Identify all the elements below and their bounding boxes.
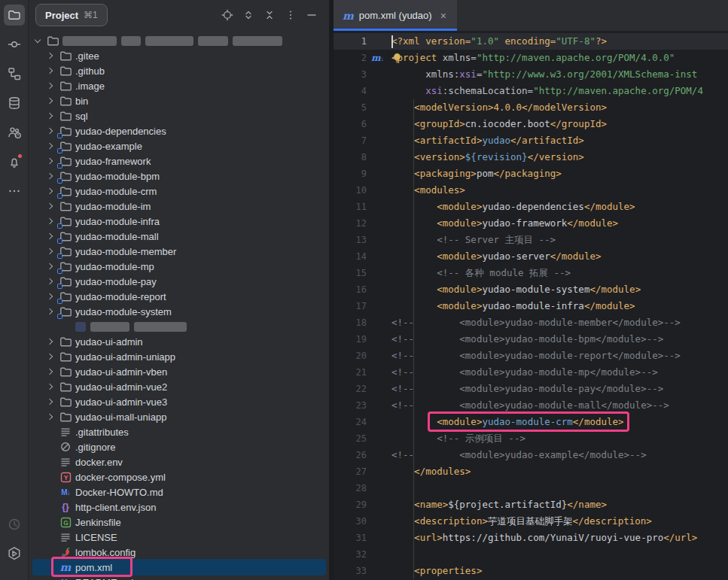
tree-item-yudao-module-crm[interactable]: yudao-module-crm bbox=[29, 184, 329, 199]
code-editor[interactable]: 1<?xml version="1.0" encoding="UTF-8"?>2… bbox=[334, 31, 728, 580]
code-line-31[interactable]: 31 <url>https://github.com/YunaiV/ruoyi-… bbox=[334, 530, 728, 546]
project-folder-icon[interactable] bbox=[4, 5, 25, 26]
code-line-18[interactable]: 18<!-- <module>yudao-module-member</modu… bbox=[334, 314, 728, 331]
tree-item-yudao-ui-admin-uniapp[interactable]: yudao-ui-admin-uniapp bbox=[29, 349, 329, 364]
tree-item-yudao-ui-admin-vue3[interactable]: yudao-ui-admin-vue3 bbox=[29, 394, 329, 409]
tree-item-pom-xml[interactable]: mpom.xml bbox=[29, 560, 329, 575]
tree-item-bin[interactable]: bin bbox=[29, 93, 329, 108]
chevron-right-icon[interactable] bbox=[44, 260, 56, 272]
code-line-27[interactable]: 27 </modules> bbox=[334, 463, 728, 480]
tree-item-redacted-0[interactable] bbox=[29, 33, 329, 48]
tree-item-yudao-ui-admin-vben[interactable]: yudao-ui-admin-vben bbox=[29, 364, 329, 379]
tree-item-yudao-ui-mall-uniapp[interactable]: yudao-ui-mall-uniapp bbox=[29, 409, 329, 424]
chevron-right-icon[interactable] bbox=[44, 336, 56, 348]
editor-tab-pom-xml[interactable]: m pom.xml (yudao) × bbox=[334, 0, 457, 31]
tree-item-http-client-env-json[interactable]: {}http-client.env.json bbox=[29, 500, 329, 515]
chevron-right-icon[interactable] bbox=[44, 290, 56, 302]
tree-item-yudao-ui-admin[interactable]: yudao-ui-admin bbox=[29, 334, 329, 349]
chevron-right-icon[interactable] bbox=[44, 155, 56, 167]
tree-item-sql[interactable]: sql bbox=[29, 108, 329, 123]
chevron-right-icon[interactable] bbox=[44, 305, 56, 317]
chevron-right-icon[interactable] bbox=[44, 215, 56, 227]
tree-item-yudao-dependencies[interactable]: yudao-dependencies bbox=[29, 123, 329, 138]
intention-bulb-icon[interactable] bbox=[392, 53, 402, 69]
code-line-17[interactable]: 17 <module>yudao-module-infra</module> bbox=[334, 298, 728, 314]
code-line-29[interactable]: 29 <name>${project.artifactId}</name> bbox=[334, 496, 728, 513]
chevron-right-icon[interactable] bbox=[44, 125, 56, 137]
code-line-15[interactable]: 15 <!-- 各种 module 拓展 --> bbox=[334, 265, 728, 281]
tree-item-docker-env[interactable]: docker.env bbox=[29, 454, 329, 469]
tree-item-yudao-ui-admin-vue2[interactable]: yudao-ui-admin-vue2 bbox=[29, 379, 329, 394]
tab-close-icon[interactable]: × bbox=[440, 10, 446, 22]
chevron-right-icon[interactable] bbox=[44, 275, 56, 287]
code-line-33[interactable]: 33 <properties> bbox=[334, 563, 728, 579]
code-line-26[interactable]: 26<!-- <module>yudao-example</module>--> bbox=[334, 447, 728, 463]
code-line-24[interactable]: 24 <module>yudao-module-crm</module> bbox=[334, 414, 728, 430]
code-line-8[interactable]: 8 <version>${revision}</version> bbox=[334, 149, 728, 165]
tree-item-yudao-module-im[interactable]: yudao-module-im bbox=[29, 199, 329, 214]
chevron-right-icon[interactable] bbox=[44, 80, 56, 92]
help-people-icon[interactable]: ? bbox=[4, 122, 25, 143]
tree-item-redacted-19[interactable] bbox=[29, 319, 329, 334]
chevron-down-icon[interactable] bbox=[32, 35, 44, 47]
code-line-19[interactable]: 19<!-- <module>yudao-module-bpm</module>… bbox=[334, 331, 728, 348]
tree-item-yudao-module-system[interactable]: yudao-module-system bbox=[29, 304, 329, 319]
code-line-7[interactable]: 7 <artifactId>yudao</artifactId> bbox=[334, 132, 728, 149]
chevron-right-icon[interactable] bbox=[44, 245, 56, 257]
chevron-right-icon[interactable] bbox=[44, 140, 56, 152]
code-line-16[interactable]: 16 <module>yudao-module-system</module> bbox=[334, 281, 728, 298]
updates-clock-icon[interactable] bbox=[4, 514, 25, 535]
commit-icon[interactable] bbox=[4, 34, 25, 55]
tree-item-jenkinsfile[interactable]: GJenkinsfile bbox=[29, 515, 329, 530]
code-line-10[interactable]: 10 <modules> bbox=[334, 182, 728, 199]
tree-item-yudao-module-report[interactable]: yudao-module-report bbox=[29, 289, 329, 304]
code-line-23[interactable]: 23<!-- <module>yudao-module-mall</module… bbox=[334, 397, 728, 414]
chevron-right-icon[interactable] bbox=[44, 95, 56, 107]
tree-item-yudao-framework[interactable]: yudao-framework bbox=[29, 153, 329, 169]
tree-item-docker-howto-md[interactable]: M↓Docker-HOWTO.md bbox=[29, 484, 329, 500]
tree-item-yudao-module-member[interactable]: yudao-module-member bbox=[29, 244, 329, 259]
tree-item-gitattributes[interactable]: .gitattributes bbox=[29, 424, 329, 439]
tree-item-license[interactable]: LICENSE bbox=[29, 530, 329, 545]
structure-icon[interactable] bbox=[4, 63, 25, 84]
chevron-right-icon[interactable] bbox=[44, 230, 56, 242]
code-line-11[interactable]: 11 <module>yudao-dependencies</module> bbox=[334, 199, 728, 215]
code-line-14[interactable]: 14 <module>yudao-server</module> bbox=[334, 248, 728, 265]
tree-item-yudao-module-pay[interactable]: yudao-module-pay bbox=[29, 274, 329, 289]
services-play-icon[interactable] bbox=[4, 543, 25, 564]
tree-item-gitignore[interactable]: .gitignore bbox=[29, 439, 329, 454]
chevron-right-icon[interactable] bbox=[44, 110, 56, 122]
tree-item-yudao-example[interactable]: yudao-example bbox=[29, 138, 329, 153]
code-line-13[interactable]: 13 <!-- Server 主项目 --> bbox=[334, 232, 728, 248]
code-line-22[interactable]: 22<!-- <module>yudao-module-pay</module>… bbox=[334, 381, 728, 397]
tree-item-yudao-module-bpm[interactable]: yudao-module-bpm bbox=[29, 169, 329, 184]
chevron-right-icon[interactable] bbox=[44, 50, 56, 62]
notifications-icon[interactable] bbox=[4, 151, 25, 172]
chevron-right-icon[interactable] bbox=[44, 200, 56, 212]
code-line-20[interactable]: 20<!-- <module>yudao-module-report</modu… bbox=[334, 348, 728, 364]
chevron-right-icon[interactable] bbox=[44, 170, 56, 182]
chevron-right-icon[interactable] bbox=[44, 411, 56, 423]
tree-item-yudao-module-infra[interactable]: yudao-module-infra bbox=[29, 214, 329, 229]
code-line-2[interactable]: 2m↓<project xmlns="http://maven.apache.o… bbox=[334, 50, 728, 66]
chevron-right-icon[interactable] bbox=[44, 351, 56, 363]
more-tools-icon[interactable] bbox=[4, 181, 25, 202]
code-line-30[interactable]: 30 <description>芋道项目基础脚手架</description> bbox=[334, 513, 728, 530]
tree-item-lombok-config[interactable]: lombok.config bbox=[29, 545, 329, 560]
code-line-4[interactable]: 4 xsi:schemaLocation="http://maven.apach… bbox=[334, 83, 728, 99]
code-line-32[interactable]: 32 bbox=[334, 546, 728, 563]
chevron-right-icon[interactable] bbox=[44, 381, 56, 393]
code-line-28[interactable]: 28 bbox=[334, 480, 728, 496]
chevron-right-icon[interactable] bbox=[44, 396, 56, 408]
tree-item-docker-compose-yml[interactable]: Ydocker-compose.yml bbox=[29, 469, 329, 484]
tree-item-yudao-module-mp[interactable]: yudao-module-mp bbox=[29, 259, 329, 274]
maven-import-gutter-icon[interactable]: m↓ bbox=[371, 50, 384, 67]
chevron-right-icon[interactable] bbox=[44, 185, 56, 197]
chevron-right-icon[interactable] bbox=[44, 366, 56, 378]
code-line-9[interactable]: 9 <packaging>pom</packaging> bbox=[334, 165, 728, 182]
chevron-right-icon[interactable] bbox=[44, 65, 56, 77]
code-line-5[interactable]: 5 <modelVersion>4.0.0</modelVersion> bbox=[334, 99, 728, 116]
tree-item-image[interactable]: .image bbox=[29, 78, 329, 93]
database-icon[interactable] bbox=[4, 93, 25, 114]
tree-item-readme-md[interactable]: M↓README.md bbox=[29, 575, 329, 580]
